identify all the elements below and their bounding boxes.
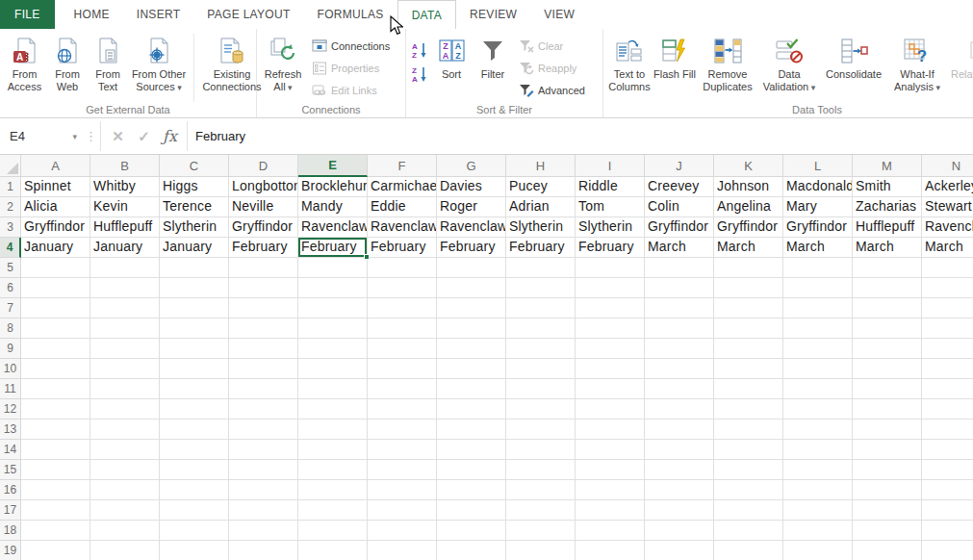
- cell-M5[interactable]: [853, 258, 922, 278]
- cell-L9[interactable]: [783, 339, 853, 359]
- cell-G16[interactable]: [437, 480, 506, 500]
- cell-L6[interactable]: [783, 278, 853, 298]
- cell-G5[interactable]: [437, 258, 506, 278]
- cell-K5[interactable]: [714, 258, 783, 278]
- cell-L13[interactable]: [783, 420, 853, 440]
- cell-E19[interactable]: [298, 541, 368, 560]
- cell-E7[interactable]: [298, 298, 368, 318]
- cell-H14[interactable]: [506, 440, 576, 460]
- cell-H13[interactable]: [506, 420, 576, 440]
- cell-J17[interactable]: [645, 500, 714, 521]
- cell-J14[interactable]: [645, 440, 714, 460]
- cell-D10[interactable]: [229, 359, 298, 379]
- cell-M17[interactable]: [853, 500, 922, 521]
- cell-B1[interactable]: Whitby: [90, 177, 160, 197]
- cell-B9[interactable]: [90, 339, 160, 359]
- cell-B13[interactable]: [90, 420, 160, 440]
- cell-G6[interactable]: [437, 278, 506, 298]
- filter-button[interactable]: Filter: [472, 32, 514, 81]
- cell-D4[interactable]: February: [229, 238, 298, 258]
- cell-I11[interactable]: [576, 379, 645, 399]
- column-header-C[interactable]: C: [160, 155, 229, 177]
- cell-H18[interactable]: [506, 521, 576, 541]
- cell-L19[interactable]: [783, 541, 853, 560]
- row-header-19[interactable]: 19: [0, 541, 21, 560]
- cell-B12[interactable]: [90, 399, 160, 420]
- reapply-filter-button[interactable]: Reapply: [514, 57, 589, 79]
- cell-E17[interactable]: [298, 500, 368, 521]
- row-header-12[interactable]: 12: [0, 399, 21, 420]
- cell-C5[interactable]: [160, 258, 229, 278]
- cell-K19[interactable]: [714, 541, 783, 560]
- flash-fill-button[interactable]: Flash Fill: [653, 32, 696, 81]
- cell-N14[interactable]: [922, 440, 973, 460]
- cell-M10[interactable]: [853, 359, 922, 379]
- cell-H17[interactable]: [506, 500, 576, 521]
- cell-D6[interactable]: [229, 278, 298, 298]
- cell-E10[interactable]: [298, 359, 368, 379]
- cell-H15[interactable]: [506, 460, 576, 480]
- cell-C1[interactable]: Higgs: [160, 177, 229, 197]
- cell-C2[interactable]: Terence: [160, 197, 229, 217]
- cell-I4[interactable]: February: [576, 238, 645, 258]
- cell-A1[interactable]: Spinnet: [21, 177, 90, 197]
- cell-E11[interactable]: [298, 379, 368, 399]
- cell-K15[interactable]: [714, 460, 783, 480]
- cell-B15[interactable]: [90, 460, 160, 480]
- cell-A8[interactable]: [21, 318, 90, 339]
- tab-page-layout[interactable]: PAGE LAYOUT: [193, 0, 303, 29]
- cell-L7[interactable]: [783, 298, 853, 318]
- enter-button[interactable]: ✓: [131, 121, 157, 151]
- cell-H4[interactable]: February: [506, 238, 576, 258]
- cell-N1[interactable]: Ackerley: [922, 177, 973, 197]
- cell-L17[interactable]: [783, 500, 853, 521]
- cell-J2[interactable]: Colin: [645, 197, 714, 217]
- cell-I13[interactable]: [576, 420, 645, 440]
- row-header-10[interactable]: 10: [0, 359, 21, 379]
- cell-G18[interactable]: [437, 521, 506, 541]
- edit-links-button[interactable]: Edit Links: [307, 79, 394, 101]
- row-header-13[interactable]: 13: [0, 420, 21, 440]
- cell-G4[interactable]: February: [437, 238, 506, 258]
- row-header-17[interactable]: 17: [0, 500, 21, 521]
- cell-B2[interactable]: Kevin: [90, 197, 160, 217]
- cell-L18[interactable]: [783, 521, 853, 541]
- existing-connections-button[interactable]: Existing Connections: [198, 32, 266, 93]
- cell-A6[interactable]: [21, 278, 90, 298]
- cell-M4[interactable]: March: [853, 238, 922, 258]
- cell-J8[interactable]: [645, 318, 714, 339]
- row-header-5[interactable]: 5: [0, 258, 21, 278]
- clear-filter-button[interactable]: Clear: [514, 35, 589, 57]
- cell-G13[interactable]: [437, 420, 506, 440]
- cell-M7[interactable]: [853, 298, 922, 318]
- tab-review[interactable]: REVIEW: [456, 0, 530, 29]
- cell-H5[interactable]: [506, 258, 576, 278]
- cell-N8[interactable]: [922, 318, 973, 339]
- cell-C7[interactable]: [160, 298, 229, 318]
- cell-F1[interactable]: Carmichael: [368, 177, 437, 197]
- cell-E5[interactable]: [298, 258, 368, 278]
- cell-B17[interactable]: [90, 500, 160, 521]
- cell-H8[interactable]: [506, 318, 576, 339]
- cell-H1[interactable]: Pucey: [506, 177, 576, 197]
- cell-B8[interactable]: [90, 318, 160, 339]
- cell-L11[interactable]: [783, 379, 853, 399]
- cell-D7[interactable]: [229, 298, 298, 318]
- cell-K18[interactable]: [714, 521, 783, 541]
- cell-B16[interactable]: [90, 480, 160, 500]
- cell-B3[interactable]: Hufflepuff: [90, 217, 160, 238]
- cell-G12[interactable]: [437, 399, 506, 420]
- cell-D17[interactable]: [229, 500, 298, 521]
- cell-D1[interactable]: Longbottom: [229, 177, 298, 197]
- cell-A15[interactable]: [21, 460, 90, 480]
- cell-N2[interactable]: Stewart: [922, 197, 973, 217]
- cell-E12[interactable]: [298, 399, 368, 420]
- cell-I16[interactable]: [576, 480, 645, 500]
- row-header-14[interactable]: 14: [0, 440, 21, 460]
- cell-G15[interactable]: [437, 460, 506, 480]
- cell-A18[interactable]: [21, 521, 90, 541]
- column-header-E[interactable]: E: [298, 155, 368, 177]
- row-header-3[interactable]: 3: [0, 217, 21, 238]
- cell-L4[interactable]: March: [783, 238, 853, 258]
- cell-E18[interactable]: [298, 521, 368, 541]
